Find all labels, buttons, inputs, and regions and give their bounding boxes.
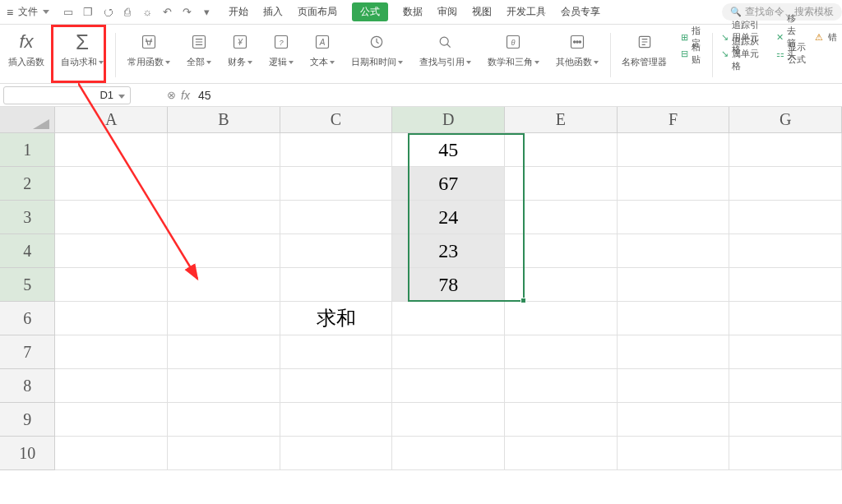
cell-F4[interactable] [618, 234, 730, 268]
cell-B2[interactable] [168, 167, 280, 201]
cell-E3[interactable] [505, 201, 618, 234]
cell-C3[interactable] [280, 201, 393, 234]
cell-E4[interactable] [505, 234, 618, 268]
tab-member[interactable]: 会员专享 [561, 3, 600, 21]
print-icon[interactable]: ⎙ [120, 5, 135, 20]
row-header-7[interactable]: 7 [0, 335, 55, 369]
cell-B10[interactable] [168, 437, 280, 470]
cell-E5[interactable] [505, 268, 618, 302]
cell-A3[interactable] [55, 201, 168, 234]
col-header-G[interactable]: G [729, 107, 842, 132]
redo-icon[interactable]: ↷ [179, 5, 194, 20]
open-icon[interactable]: ⭯ [100, 5, 115, 20]
math-button[interactable]: θ 数学和三角 [479, 30, 548, 81]
tab-formula[interactable]: 公式 [352, 2, 388, 21]
all-functions-button[interactable]: 全部 [178, 30, 220, 81]
cell-A6[interactable] [55, 302, 168, 335]
cell-C9[interactable] [280, 403, 393, 437]
tab-start[interactable]: 开始 [229, 3, 248, 21]
save-icon[interactable]: ❐ [81, 5, 95, 20]
cell-E6[interactable] [505, 302, 618, 335]
row-header-9[interactable]: 9 [0, 403, 55, 437]
col-header-C[interactable]: C [280, 107, 393, 132]
financial-button[interactable]: ¥ 财务 [220, 30, 261, 81]
cell-F2[interactable] [618, 167, 730, 201]
row-header-4[interactable]: 4 [0, 234, 55, 268]
cell-F8[interactable] [618, 369, 730, 403]
cell-G9[interactable] [729, 403, 842, 437]
cell-E2[interactable] [505, 167, 618, 201]
cell-D1[interactable]: 45 [392, 133, 505, 167]
cell-B5[interactable] [168, 268, 280, 302]
cell-A2[interactable] [55, 167, 168, 201]
cell-G5[interactable] [729, 268, 842, 302]
cell-F3[interactable] [618, 201, 730, 234]
cell-F6[interactable] [618, 302, 730, 335]
col-header-D[interactable]: D [392, 107, 505, 132]
tab-insert[interactable]: 插入 [263, 3, 283, 21]
cell-A1[interactable] [55, 133, 168, 167]
paste-button[interactable]: ⊟粘贴 [680, 46, 704, 61]
recent-functions-button[interactable]: 常用函数 [119, 30, 178, 81]
cell-F1[interactable] [618, 133, 730, 167]
cell-G10[interactable] [729, 437, 842, 470]
formula-input[interactable]: 45 [190, 89, 842, 102]
cell-C5[interactable] [280, 268, 393, 302]
lookup-button[interactable]: 查找与引用 [411, 30, 479, 81]
cell-D10[interactable] [392, 437, 505, 470]
show-formula-button[interactable]: ⚏显示公式 [776, 46, 808, 61]
cell-D3[interactable]: 24 [392, 201, 505, 234]
cell-F9[interactable] [618, 403, 730, 437]
cell-D6[interactable] [392, 302, 505, 335]
col-header-A[interactable]: A [55, 107, 168, 132]
logical-button[interactable]: ? 逻辑 [261, 30, 302, 81]
undo-icon[interactable]: ↶ [160, 5, 174, 20]
cell-A9[interactable] [55, 403, 168, 437]
cell-B3[interactable] [168, 201, 280, 234]
cell-G3[interactable] [729, 201, 842, 234]
row-header-8[interactable]: 8 [0, 369, 55, 403]
col-header-E[interactable]: E [505, 107, 618, 132]
qat-dropdown-icon[interactable]: ▾ [199, 5, 214, 20]
cell-E9[interactable] [505, 403, 618, 437]
col-header-F[interactable]: F [618, 107, 730, 132]
cell-G7[interactable] [729, 335, 842, 369]
tab-dev[interactable]: 开发工具 [507, 3, 546, 21]
col-header-B[interactable]: B [168, 107, 280, 132]
cell-G2[interactable] [729, 167, 842, 201]
cell-D2[interactable]: 67 [392, 167, 505, 201]
cell-A8[interactable] [55, 369, 168, 403]
file-menu[interactable]: 文件 [0, 5, 56, 19]
cell-D9[interactable] [392, 403, 505, 437]
cancel-entry-icon[interactable]: ⊗ [167, 89, 176, 101]
tab-layout[interactable]: 页面布局 [298, 3, 337, 21]
name-manager-button[interactable]: 名称管理器 [613, 30, 675, 81]
text-button[interactable]: A 文本 [302, 30, 343, 81]
row-header-6[interactable]: 6 [0, 302, 55, 335]
cell-D8[interactable] [392, 369, 505, 403]
cell-A4[interactable] [55, 234, 168, 268]
other-functions-button[interactable]: 其他函数 [548, 30, 607, 81]
cell-C6[interactable]: 求和 [280, 302, 393, 335]
fx-icon[interactable]: fx [181, 89, 190, 102]
insert-function-button[interactable]: fx 插入函数 [0, 30, 53, 81]
cell-B7[interactable] [168, 335, 280, 369]
cell-B1[interactable] [168, 133, 280, 167]
cell-B8[interactable] [168, 369, 280, 403]
cell-G1[interactable] [729, 133, 842, 167]
cell-C2[interactable] [280, 167, 393, 201]
cell-D4[interactable]: 23 [392, 234, 505, 268]
cell-B4[interactable] [168, 234, 280, 268]
row-header-10[interactable]: 10 [0, 437, 55, 470]
datetime-button[interactable]: 日期和时间 [343, 30, 411, 81]
cell-B6[interactable] [168, 302, 280, 335]
cell-C4[interactable] [280, 234, 393, 268]
autosum-button[interactable]: Σ 自动求和 [53, 30, 112, 81]
cell-G6[interactable] [729, 302, 842, 335]
select-all-corner[interactable] [0, 107, 55, 132]
cell-A10[interactable] [55, 437, 168, 470]
cell-A5[interactable] [55, 268, 168, 302]
new-doc-icon[interactable]: ▭ [61, 5, 76, 20]
cell-D5[interactable]: 78 [392, 268, 505, 302]
error-check-button[interactable]: ⚠错 [813, 30, 837, 44]
